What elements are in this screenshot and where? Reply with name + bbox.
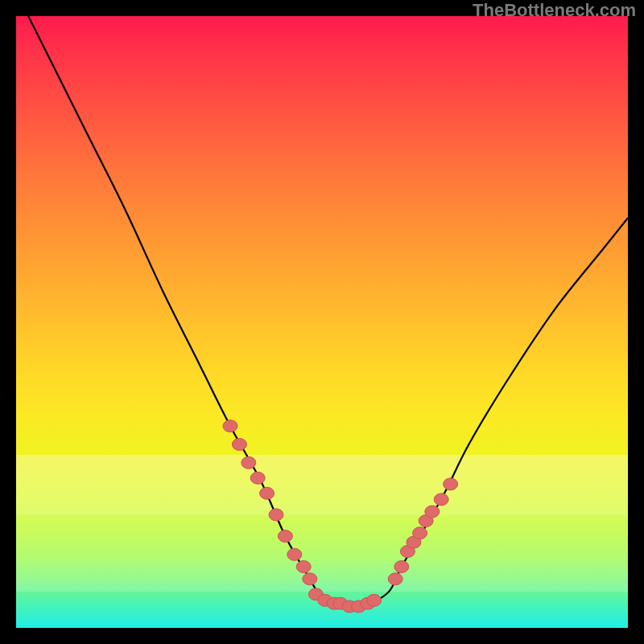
gradient-background	[16, 16, 628, 628]
chart-frame	[16, 16, 628, 628]
